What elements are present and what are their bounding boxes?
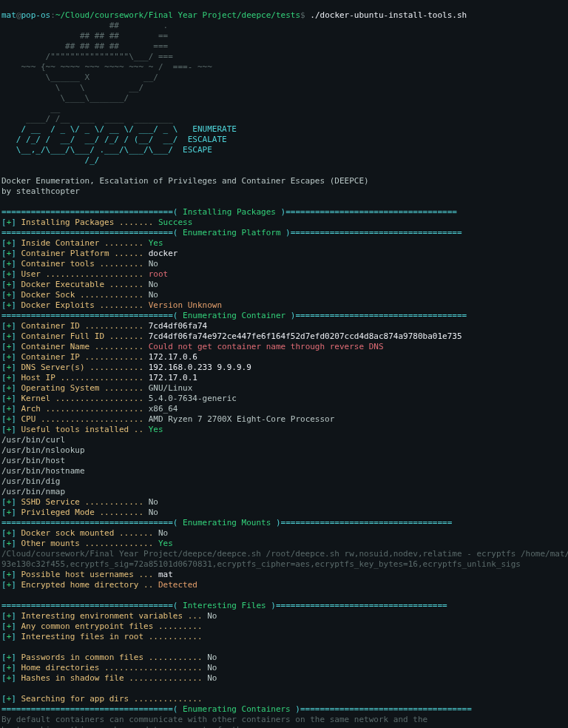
row: [+] Arch .................... x86_64 [1,404,178,414]
terminal-root: mat@pop-os:~/Cloud/coursework/Final Year… [0,0,568,728]
row: [+] Container Full ID ....... 7cd4df06fa… [1,331,462,341]
enum-note: host machine, this can be used to enumer… [1,725,251,728]
row: [+] User .................... root [1,269,168,279]
row: [+] Container ID ............ 7cd4df06fa… [1,321,207,331]
mount-detail: /Cloud/coursework/Final Year Project/dee… [1,549,568,559]
title-line: Docker Enumeration, Escalation of Privil… [1,176,369,186]
row: [+] Privileged Mode ......... No [1,508,158,517]
row: [+] Interesting files in root ..........… [1,632,203,641]
prompt-path: ~/Cloud/coursework/Final Year Project/de… [55,10,300,20]
tool-line: /usr/bin/hostname [1,466,85,476]
enum-note: By default containers can communicate wi… [1,715,427,724]
row: [+] Kernel .................. 5.4.0-7634… [1,394,237,403]
row: [+] Docker Sock ............. No [1,290,158,300]
ascii-art: ## . ## ## ## == ## ## ## ## === /""""""… [1,21,212,124]
row: [+] Encrypted home directory .. Detected [1,580,197,590]
row: [+] Home directories ...................… [1,663,217,673]
row: [+] DNS Server(s) ........... 192.168.0.… [1,363,251,372]
row: [+] Inside Container ........ Yes [1,238,163,248]
tool-line: /usr/bin/nmap [1,487,65,496]
hdr-enum-cont: ===================================( Enu… [1,704,472,714]
row: [+] Docker Exploits ......... Version Un… [1,300,222,310]
row: [+] Container tools ......... No [1,259,158,269]
tool-line: /usr/bin/dig [1,476,60,486]
hdr-installing: ===================================( Ins… [1,207,457,217]
row: [+] Useful tools installed .. Yes [1,425,163,434]
row-installing: [+] Installing Packages ....... Success [1,218,192,227]
row: [+] Container Platform ...... docker [1,249,178,258]
row: [+] Operating System ........ GNU/Linux [1,383,192,393]
hdr-container: ===================================( Enu… [1,311,467,320]
hdr-platform: ===================================( Enu… [1,228,462,237]
command[interactable]: ./docker-ubuntu-install-tools.sh [310,10,467,20]
row: [+] Hashes in shadow file ..............… [1,673,217,683]
row: [+] Container IP ............ 172.17.0.6 [1,352,197,362]
mount-detail: 93e130c32f455,ecryptfs_sig=72a85101d0670… [1,559,521,569]
row: [+] Container Name .......... Could not … [1,342,384,351]
row: [+] SSHD Service ............ No [1,497,158,507]
row: [+] Searching for app dirs .............… [1,694,203,704]
tool-line: /usr/bin/nslookup [1,445,85,455]
row: [+] Other mounts .............. Yes [1,539,173,548]
row: [+] CPU ..................... AMD Ryzen … [1,414,334,424]
row: [+] Interesting environment variables ..… [1,611,217,621]
hdr-mounts: ===================================( Enu… [1,518,452,528]
row: [+] Docker sock mounted ....... No [1,528,168,538]
byline: by stealthcopter [1,186,80,196]
row: [+] Any common entrypoint files ........… [1,621,203,631]
row: [+] Docker Executable ....... No [1,280,158,289]
row: [+] Passwords in common files ..........… [1,653,217,662]
row: [+] Possible host usernames ... mat [1,570,173,579]
hdr-files: ===================================( Int… [1,601,447,610]
tool-line: /usr/bin/host [1,456,65,465]
prompt-at: @ [16,10,21,20]
prompt-user: mat [1,10,16,20]
ascii-words: / __ / _ \/ _ \/ __ \/ ___/ _ \ ENUMERAT… [1,124,237,165]
tool-line: /usr/bin/curl [1,435,65,445]
prompt-host: pop-os [21,10,51,20]
row: [+] Host IP ................. 172.17.0.1 [1,373,197,382]
